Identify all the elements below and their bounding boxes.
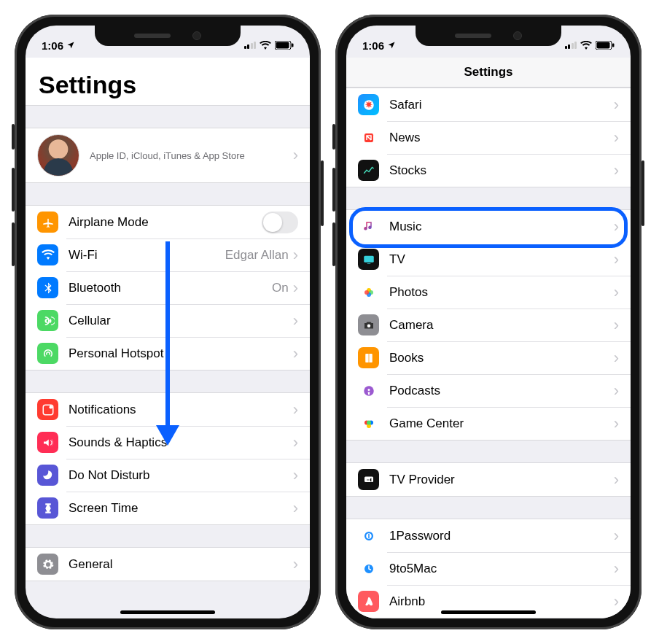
sounds-icon [37, 432, 58, 453]
tv-icon [358, 249, 379, 270]
chevron-icon: › [293, 279, 298, 298]
chevron-icon: › [614, 283, 619, 302]
row-label: Books [389, 351, 614, 365]
nav-title: Settings [346, 58, 631, 88]
row-label: Personal Hotspot [69, 346, 293, 361]
chevron-icon: › [614, 161, 619, 180]
row-stocks[interactable]: Stocks› [346, 154, 631, 187]
row-label: General [69, 557, 293, 572]
row-label: Notifications [69, 403, 293, 417]
podcasts-icon [358, 380, 379, 401]
row-label: Safari [389, 98, 614, 112]
notch [95, 26, 241, 46]
row-hotspot[interactable]: Personal Hotspot› [26, 337, 310, 371]
row-label: Airbnb [389, 594, 614, 609]
home-indicator[interactable] [441, 610, 536, 614]
photos-icon [358, 282, 379, 303]
row-tv[interactable]: TV› [346, 243, 631, 276]
notch [416, 26, 561, 46]
signal-icon [565, 42, 577, 49]
battery-icon [275, 41, 294, 50]
status-time: 1:06 [42, 39, 63, 52]
svg-point-18 [367, 324, 370, 327]
row-label: Do Not Disturb [69, 468, 293, 483]
row-onepass[interactable]: 1Password› [346, 519, 631, 552]
news-icon [358, 127, 379, 148]
apple-id-row[interactable]: Apple ID, iCloud, iTunes & App Store › [26, 128, 310, 183]
chevron-icon: › [614, 527, 619, 546]
chevron-icon: › [614, 316, 619, 335]
hotspot-icon [37, 343, 58, 364]
row-label: Screen Time [69, 501, 293, 516]
toggle[interactable] [262, 212, 298, 233]
chevron-icon: › [614, 414, 619, 433]
row-sounds[interactable]: Sounds & Haptics› [26, 426, 310, 459]
svg-rect-12 [364, 255, 374, 262]
music-icon [358, 216, 379, 237]
svg-rect-29 [368, 534, 370, 538]
row-bluetooth[interactable]: BluetoothOn› [26, 271, 310, 304]
home-indicator[interactable] [120, 610, 215, 614]
svg-rect-1 [276, 42, 289, 49]
row-label: Music [389, 220, 614, 234]
chevron-icon: › [614, 217, 619, 236]
stocks-icon [358, 160, 379, 181]
row-general[interactable]: General› [26, 547, 310, 581]
svg-rect-2 [292, 44, 294, 47]
row-ninetofive[interactable]: 9to5Mac› [346, 552, 631, 585]
row-notifications[interactable]: Notifications› [26, 392, 310, 426]
row-news[interactable]: News› [346, 121, 631, 154]
row-tvprovider[interactable]: TV Provider› [346, 462, 631, 497]
bluetooth-icon [37, 277, 58, 298]
row-safari[interactable]: Safari› [346, 88, 631, 121]
row-books[interactable]: Books› [346, 341, 631, 374]
row-podcasts[interactable]: Podcasts› [346, 374, 631, 407]
chevron-icon: › [614, 96, 619, 115]
row-label: 1Password [389, 529, 614, 543]
safari-icon [358, 94, 379, 115]
row-airplane[interactable]: Airplane Mode [26, 205, 310, 238]
row-music[interactable]: Music› [346, 209, 631, 243]
wifi-icon [260, 41, 271, 50]
svg-rect-26 [364, 476, 373, 482]
row-wifi[interactable]: Wi-FiEdgar Allan› [26, 238, 310, 271]
screen-left: 1:06 Settings Apple ID, iCloud, iTunes &… [26, 26, 310, 618]
row-label: News [389, 131, 614, 145]
chevron-icon: › [614, 592, 619, 611]
status-time: 1:06 [362, 39, 384, 52]
wifi-icon [37, 244, 58, 265]
chevron-icon: › [293, 466, 298, 485]
chevron-icon: › [293, 246, 298, 265]
chevron-icon: › [614, 470, 619, 489]
row-camera[interactable]: Camera› [346, 309, 631, 341]
row-label: Game Center [389, 416, 614, 431]
chevron-icon: › [293, 499, 298, 518]
chevron-icon: › [293, 400, 298, 419]
phone-right: 1:06 Settings Safari›News›Stocks› Music›… [335, 15, 642, 629]
chevron-icon: › [293, 146, 298, 165]
row-gamecenter[interactable]: Game Center› [346, 407, 631, 441]
dnd-icon [37, 465, 58, 486]
row-screentime[interactable]: Screen Time› [26, 492, 310, 525]
apple-id-sub: Apple ID, iCloud, iTunes & App Store [90, 150, 293, 161]
page-title: Settings [26, 58, 310, 106]
svg-point-17 [364, 290, 369, 295]
row-label: Podcasts [389, 384, 614, 398]
row-label: Sounds & Haptics [69, 435, 293, 450]
avatar [37, 134, 79, 176]
wifi-icon [580, 41, 592, 50]
tvprovider-icon [358, 469, 379, 490]
row-label: TV [389, 252, 614, 267]
airplane-icon [37, 212, 58, 233]
chevron-icon: › [293, 555, 298, 574]
row-value: On [272, 281, 289, 295]
location-icon [387, 41, 396, 50]
row-label: Cellular [69, 314, 293, 328]
row-photos[interactable]: Photos› [346, 276, 631, 309]
svg-rect-13 [367, 263, 370, 264]
row-dnd[interactable]: Do Not Disturb› [26, 459, 310, 492]
cellular-icon [37, 310, 58, 331]
onepass-icon [358, 525, 379, 546]
row-cellular[interactable]: Cellular› [26, 304, 310, 337]
row-label: Airplane Mode [69, 215, 262, 230]
